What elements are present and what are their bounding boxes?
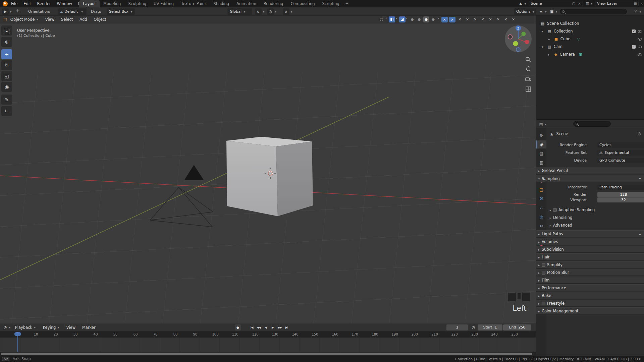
disclosure-closed-icon[interactable]: ▸ (546, 36, 552, 43)
outliner-search[interactable] (560, 9, 627, 14)
tab-shading[interactable]: Shading (210, 0, 233, 7)
header-toggle-icon[interactable]: × (480, 16, 486, 23)
header-toggle-icon[interactable]: × (464, 16, 471, 23)
tool-rotate-button[interactable]: ↻ (1, 60, 12, 70)
cube-object[interactable] (226, 137, 313, 216)
header-toggle-icon[interactable]: × (502, 16, 509, 23)
tool-scale-button[interactable]: ◱ (1, 71, 12, 81)
shading-wireframe-icon[interactable]: ● (410, 16, 415, 23)
menu-render[interactable]: Render (34, 0, 54, 7)
viewport-3d[interactable]: □ Object Mode ▾ View Select Add Object ○… (0, 16, 536, 323)
mode-dropdown[interactable]: Object Mode ▾ (10, 16, 41, 23)
xray-toggle-icon[interactable]: ◪ (399, 16, 406, 22)
timeline-scrollbar-thumb[interactable] (1, 353, 532, 355)
select-menu[interactable]: Select (58, 16, 75, 23)
section-simplify[interactable]: ▸Simplify (536, 261, 644, 268)
outliner-row-scene-collection[interactable]: ▤ Scene Collection (536, 20, 644, 27)
show-gizmo-icon[interactable]: ○ (378, 16, 385, 23)
menu-file[interactable]: File (8, 0, 20, 7)
tab-sculpting[interactable]: Sculpting (124, 0, 150, 7)
section-performance[interactable]: ▸Performance (536, 284, 644, 291)
tool-tweak-button[interactable]: ▶ (1, 25, 12, 36)
outliner-filter-icon[interactable]: ▽ (634, 9, 637, 13)
hide-object-eye-icon[interactable] (638, 38, 642, 41)
object-menu[interactable]: Object (91, 16, 109, 23)
zoom-view-icon[interactable] (525, 56, 532, 63)
keying-menu[interactable]: Keying ▾ (40, 323, 62, 332)
integrator-dropdown[interactable]: Path Tracing (597, 185, 644, 190)
unlink-scene-icon[interactable]: × (578, 1, 581, 6)
tab-compositing[interactable]: Compositing (287, 0, 318, 7)
next-keyframe-button[interactable]: ▶▶ (277, 323, 282, 331)
pin-icon[interactable]: ◎ (638, 130, 641, 137)
shading-solid-icon[interactable]: ● (416, 16, 422, 23)
disclosure-closed-icon[interactable]: ▸ (546, 51, 552, 59)
drag-dropdown[interactable]: Select Box (107, 8, 135, 15)
add-menu[interactable]: Add (77, 16, 90, 23)
header-toggle-icon[interactable]: × (495, 16, 501, 23)
tool-move-button[interactable]: + (1, 49, 12, 59)
simplify-checkbox[interactable] (542, 263, 545, 267)
hide-collection-eye-icon[interactable] (638, 46, 642, 48)
active-tool-icon[interactable]: ▶ (2, 8, 9, 15)
subsection-denoising[interactable]: ▸Denoising (538, 214, 644, 221)
motion-blur-checkbox[interactable] (542, 271, 545, 275)
header-toggle-icon[interactable]: × (472, 16, 478, 23)
gizmo-x-neg-axis[interactable] (508, 35, 513, 39)
view-layer-photo-icon[interactable]: ▦ (634, 1, 637, 6)
tab-uv-editing[interactable]: UV Editing (150, 0, 177, 7)
section-film[interactable]: ▸Film (536, 277, 644, 284)
gizmo-y-neg-axis[interactable] (513, 41, 518, 46)
outliner-display-mode-icon[interactable]: ≡ (538, 8, 544, 15)
tool-measure-button[interactable]: ∟ (1, 106, 12, 116)
show-overlays-icon[interactable]: ◧ (389, 16, 395, 22)
start-frame-field[interactable]: Start 1 (478, 324, 502, 330)
jump-to-end-button[interactable]: ▶| (284, 323, 289, 331)
tab-animation[interactable]: Animation (233, 0, 260, 7)
viewport-samples-field[interactable]: 32 (597, 197, 644, 202)
outliner-row-cam[interactable]: ▾ ▤ Cam ✓ (536, 43, 644, 51)
collection-checkbox[interactable]: ✓ (632, 45, 636, 49)
device-dropdown[interactable]: GPU Compute (597, 158, 644, 163)
tab-texture-paint[interactable]: Texture Paint (177, 0, 210, 7)
current-frame-field[interactable]: 1 (446, 324, 468, 330)
transform-orientation-dropdown[interactable]: Global (227, 8, 252, 15)
falloff-icon[interactable]: ∧ (283, 8, 289, 15)
section-grease-pencil[interactable]: ▸Grease Pencil (536, 167, 644, 174)
scene-chevron-icon[interactable]: ▾ (525, 2, 526, 5)
add-workspace-button[interactable]: + (343, 0, 351, 7)
shading-material-icon[interactable]: ● (423, 16, 429, 22)
gizmo-x-axis[interactable] (525, 40, 529, 44)
preset-icon[interactable]: ≡ (639, 231, 642, 237)
properties-search[interactable] (573, 121, 611, 127)
scene-canvas[interactable] (0, 16, 536, 323)
gizmo-z-neg-axis[interactable] (516, 48, 520, 52)
scene-icon[interactable]: ▲ (519, 1, 522, 6)
pan-view-icon[interactable] (525, 66, 532, 72)
hide-collection-eye-icon[interactable] (638, 30, 642, 33)
menu-edit[interactable]: Edit (20, 0, 34, 7)
subsection-adaptive-sampling[interactable]: ▸Adaptive Sampling (538, 206, 644, 214)
tab-scripting[interactable]: Scripting (319, 0, 343, 7)
tab-modeling[interactable]: Modeling (100, 0, 124, 7)
prev-keyframe-button[interactable]: ◀◀ (256, 323, 262, 331)
playhead[interactable] (17, 332, 18, 352)
subsection-advanced[interactable]: ▸Advanced (538, 222, 644, 229)
disclosure-open-icon[interactable]: ▾ (540, 28, 545, 36)
jump-to-start-button[interactable]: |◀ (249, 323, 255, 331)
header-toggle-icon[interactable]: × (510, 16, 517, 23)
header-toggle-icon[interactable]: × (449, 17, 455, 22)
falloff-chevron-icon[interactable]: ▾ (291, 10, 292, 13)
header-toggle-icon[interactable]: × (457, 16, 463, 23)
outliner-row-cube[interactable]: ▸ ■ Cube ▽ (536, 35, 644, 43)
outliner-id-filter-icon[interactable]: ▣ (548, 8, 555, 15)
view-menu-timeline[interactable]: View (64, 323, 78, 331)
section-hair[interactable]: ▸Hair (536, 253, 644, 260)
auto-keying-record-button[interactable]: ● (235, 324, 241, 330)
tab-output[interactable]: ▤ (536, 149, 546, 158)
tool-transform-button[interactable]: ◉ (1, 82, 12, 92)
navigation-gizmo[interactable]: Z (504, 25, 532, 53)
tab-rendering[interactable]: Rendering (260, 0, 287, 7)
tab-object[interactable]: □ (536, 186, 546, 194)
proportional-editing-icon[interactable]: ◎ (267, 8, 274, 15)
